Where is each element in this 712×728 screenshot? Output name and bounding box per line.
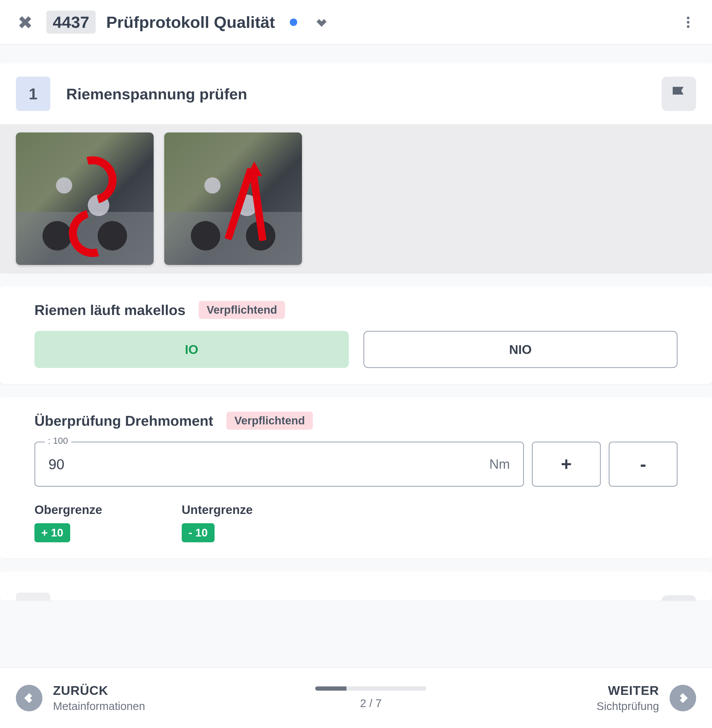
flag-icon — [670, 85, 688, 103]
io-nok-button[interactable]: NIO — [363, 331, 678, 368]
step-title: Riemenspannung prüfen — [66, 85, 646, 103]
chevron-right-icon — [677, 692, 689, 704]
increment-button[interactable]: + — [532, 442, 601, 487]
chevron-down-icon[interactable] — [314, 15, 329, 30]
next-text[interactable]: WEITER Sichtprüfung — [596, 683, 659, 713]
upper-limit-value: + 10 — [34, 523, 70, 542]
torque-input[interactable]: : 100 90 Nm — [34, 442, 524, 487]
page-indicator: 2 / 7 — [360, 697, 382, 710]
next-label: WEITER — [596, 683, 659, 698]
belt-check-card: Riemen läuft makellos Verpflichtend IO N… — [0, 286, 712, 384]
torque-section-title: Überprüfung Drehmoment — [34, 412, 213, 429]
app-header: 4437 Prüfprotokoll Qualität — [0, 0, 712, 45]
next-button[interactable] — [670, 685, 696, 711]
step-card: 1 Riemenspannung prüfen — [0, 63, 712, 273]
io-ok-button[interactable]: IO — [34, 331, 349, 368]
step-number-badge: 1 — [16, 77, 50, 111]
lower-limit-value: - 10 — [182, 523, 215, 542]
lower-limit-label: Untergrenze — [182, 503, 253, 517]
reference-image-strip — [0, 124, 712, 273]
torque-check-card: Überprüfung Drehmoment Verpflichtend : 1… — [0, 397, 712, 558]
back-button[interactable] — [16, 685, 42, 711]
mandatory-badge: Verpflichtend — [227, 412, 313, 430]
upper-limit-label: Obergrenze — [34, 503, 102, 517]
svg-point-1 — [687, 21, 690, 23]
torque-input-unit: Nm — [489, 457, 510, 472]
close-icon[interactable] — [15, 12, 36, 33]
next-step-peek — [0, 571, 712, 600]
chevron-left-icon — [23, 692, 35, 704]
status-dot-icon — [290, 19, 297, 26]
lower-limit: Untergrenze - 10 — [182, 503, 253, 542]
decrement-button[interactable]: - — [609, 442, 678, 487]
reference-image-1[interactable] — [16, 132, 154, 265]
page-title: Prüfprotokoll Qualität — [106, 13, 275, 31]
upper-limit: Obergrenze + 10 — [34, 503, 102, 542]
flag-button[interactable] — [662, 77, 696, 111]
mandatory-badge: Verpflichtend — [199, 301, 285, 319]
progress-fill — [315, 686, 346, 691]
back-label: ZURÜCK — [53, 683, 145, 698]
next-step-number — [16, 593, 50, 600]
step-header: 1 Riemenspannung prüfen — [0, 63, 712, 124]
reference-image-2[interactable] — [164, 132, 302, 265]
progress-bar — [315, 686, 426, 691]
svg-point-2 — [687, 25, 690, 28]
flag-button-next[interactable] — [662, 595, 696, 600]
more-vertical-icon[interactable] — [679, 13, 697, 31]
torque-input-legend: : 100 — [45, 436, 71, 446]
torque-input-value: 90 — [49, 456, 489, 472]
footer-nav: ZURÜCK Metainformationen 2 / 7 WEITER Si… — [0, 667, 712, 728]
back-text[interactable]: ZURÜCK Metainformationen — [53, 683, 145, 713]
svg-point-0 — [687, 16, 690, 19]
next-subtitle: Sichtprüfung — [596, 700, 659, 713]
back-subtitle: Metainformationen — [53, 700, 145, 713]
protocol-id-badge: 4437 — [46, 10, 96, 34]
belt-section-title: Riemen läuft makellos — [34, 302, 185, 318]
main-content: 1 Riemenspannung prüfen Riemen läuft mak… — [0, 45, 712, 667]
